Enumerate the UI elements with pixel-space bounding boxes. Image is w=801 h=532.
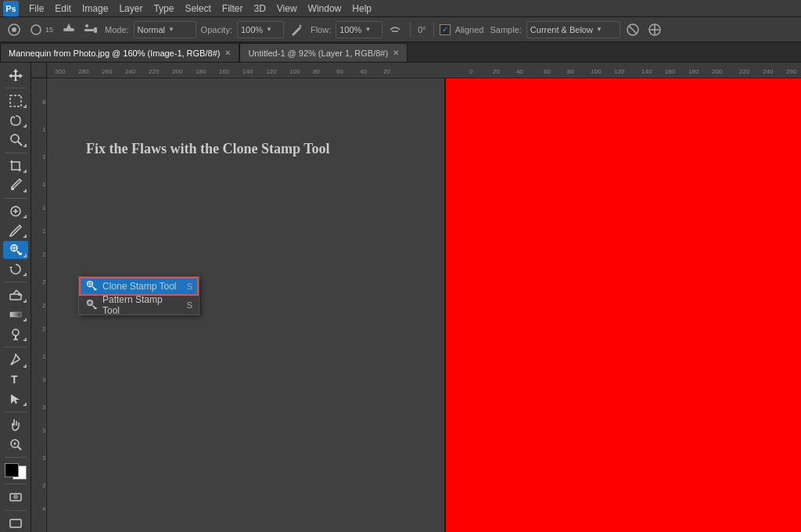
tool-quick-mask[interactable]: [3, 488, 28, 506]
tab-1-close[interactable]: ✕: [224, 49, 231, 57]
tool-eraser[interactable]: [3, 286, 28, 304]
tool-preset-icon[interactable]: [5, 20, 23, 39]
canvas-content: Fix the Flaws with the Clone Stamp Tool: [47, 78, 801, 532]
tab-1-label: Mannequin from Photo.jpg @ 160% (Image-1…: [9, 49, 220, 58]
clone-stamp-popup-icon: [85, 279, 98, 294]
color-swatches[interactable]: [5, 463, 27, 480]
svg-text:20: 20: [383, 68, 390, 75]
svg-rect-28: [19, 253, 22, 255]
menu-file[interactable]: File: [23, 2, 49, 16]
tool-screen-mode[interactable]: [3, 514, 28, 532]
tab-2-close[interactable]: ✕: [393, 49, 399, 57]
tool-rect-marquee[interactable]: [3, 92, 28, 110]
svg-text:100: 100: [289, 68, 300, 75]
tool-history-brush[interactable]: [3, 261, 28, 279]
svg-rect-99: [88, 301, 92, 304]
tool-spot-heal[interactable]: [3, 202, 28, 220]
tool-dodge[interactable]: [3, 325, 28, 343]
toolbar: T: [0, 63, 31, 532]
svg-marker-29: [9, 267, 13, 269]
main-area: T: [0, 63, 801, 532]
tool-hand[interactable]: [3, 416, 28, 434]
svg-point-98: [88, 300, 93, 305]
tool-path-select[interactable]: [3, 390, 28, 408]
opacity-airbrush-icon[interactable]: [287, 20, 306, 39]
tool-crop[interactable]: [3, 156, 28, 174]
tool-pen[interactable]: [3, 351, 28, 369]
opacity-input[interactable]: 100% ▼: [237, 21, 284, 38]
opacity-label: Opacity:: [201, 25, 232, 34]
svg-line-40: [18, 447, 21, 450]
brush-preset-icon[interactable]: [59, 20, 78, 39]
svg-point-1: [12, 27, 16, 32]
clone-overlay-icon[interactable]: [645, 20, 664, 39]
menu-view[interactable]: View: [271, 2, 303, 16]
svg-text:60: 60: [544, 68, 551, 75]
canvas-right[interactable]: [446, 78, 801, 532]
menu-edit[interactable]: Edit: [49, 2, 77, 16]
angle-label: 0°: [418, 25, 426, 34]
mode-dropdown[interactable]: Normal ▼: [134, 21, 196, 38]
svg-text:200: 200: [172, 68, 183, 75]
menu-select[interactable]: Select: [179, 2, 216, 16]
tool-brush[interactable]: [3, 221, 28, 239]
toolbar-sep-6: [5, 412, 27, 412]
sample-label: Sample:: [490, 25, 521, 34]
flow-input[interactable]: 100% ▼: [336, 21, 383, 38]
svg-text:220: 220: [739, 68, 750, 75]
sample-dropdown[interactable]: Current & Below ▼: [526, 21, 620, 38]
popup-pattern-stamp[interactable]: Pattern Stamp Tool S: [79, 296, 199, 315]
menu-3d[interactable]: 3D: [248, 2, 271, 16]
svg-text:T: T: [11, 373, 18, 386]
mode-label: Mode:: [105, 25, 129, 34]
app-logo: Ps: [3, 1, 19, 16]
svg-text:60: 60: [336, 68, 343, 75]
menu-bar: Ps File Edit Image Layer Type Select Fil…: [0, 0, 801, 17]
tool-text[interactable]: T: [3, 371, 28, 389]
svg-rect-3: [63, 28, 74, 31]
brush-size-icon[interactable]: [27, 20, 45, 39]
menu-filter[interactable]: Filter: [217, 2, 249, 16]
svg-rect-45: [10, 519, 21, 527]
toggle-airbrush-icon[interactable]: [81, 20, 100, 39]
tool-lasso[interactable]: [3, 111, 28, 129]
svg-text:160: 160: [219, 68, 230, 75]
aligned-checkbox[interactable]: [440, 24, 451, 35]
tool-move[interactable]: [3, 66, 28, 84]
tab-1[interactable]: Mannequin from Photo.jpg @ 160% (Image-1…: [0, 43, 239, 62]
toolbar-sep-4: [5, 282, 27, 282]
svg-text:80: 80: [313, 68, 320, 75]
svg-text:120: 120: [614, 68, 625, 75]
menu-layer[interactable]: Layer: [113, 2, 148, 16]
menu-help[interactable]: Help: [347, 2, 377, 16]
tool-magic-wand[interactable]: [3, 131, 28, 149]
canvas-left[interactable]: Fix the Flaws with the Clone Stamp Tool: [47, 78, 446, 532]
aligned-label: Aligned: [455, 25, 484, 34]
ignore-adj-icon[interactable]: [623, 20, 642, 39]
svg-text:240: 240: [763, 68, 774, 75]
svg-text:260: 260: [102, 68, 113, 75]
options-bar: 15 Mode: Normal ▼ Opacity: 100% ▼ Flow: …: [0, 17, 801, 42]
popup-clone-stamp[interactable]: Clone Stamp Tool S: [79, 277, 199, 296]
tab-2[interactable]: Untitled-1 @ 92% (Layer 1, RGB/8#) ✕: [239, 43, 408, 62]
ruler-corner: [31, 63, 47, 78]
ruler-left: 8 10 12 14 16 18 20 22 24 26 28 30 32 34…: [31, 78, 47, 532]
toolbar-sep-7: [5, 457, 27, 458]
toolbar-sep-3: [5, 198, 27, 199]
svg-text:8: 8: [42, 99, 46, 106]
tool-gradient[interactable]: [3, 306, 28, 324]
svg-marker-37: [11, 394, 20, 404]
svg-text:140: 140: [242, 68, 253, 75]
tool-clone-stamp[interactable]: [3, 241, 28, 259]
svg-line-15: [18, 142, 22, 146]
menu-type[interactable]: Type: [148, 2, 179, 16]
menu-window[interactable]: Window: [303, 2, 347, 16]
svg-point-2: [31, 25, 41, 34]
tool-eyedropper[interactable]: [3, 176, 28, 194]
flow-icon[interactable]: [386, 20, 404, 39]
popup-pattern-stamp-label: Pattern Stamp Tool: [102, 294, 182, 316]
menu-image[interactable]: Image: [77, 2, 113, 16]
svg-text:280: 280: [78, 68, 89, 75]
svg-rect-31: [10, 312, 21, 317]
tool-zoom[interactable]: [3, 435, 28, 453]
